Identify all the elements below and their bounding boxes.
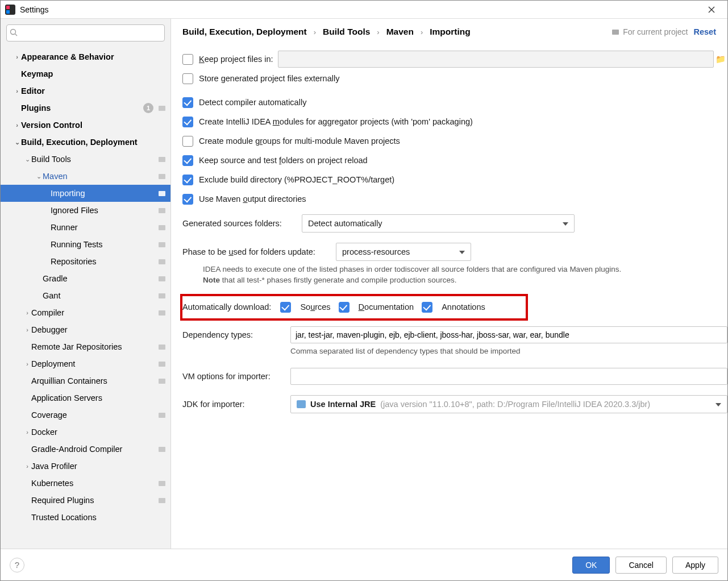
svg-point-3 — [11, 30, 16, 35]
sidebar-item-gant[interactable]: Gant — [1, 287, 170, 304]
vm-options-input[interactable] — [290, 368, 727, 385]
sidebar-item-trusted-locations[interactable]: Trusted Locations — [1, 509, 170, 526]
create-modules-label: Create IntelliJ IDEA modules for aggrega… — [199, 117, 473, 126]
svg-rect-10 — [159, 225, 165, 230]
search-input[interactable] — [6, 24, 165, 42]
sidebar-item-compiler[interactable]: ›Compiler — [1, 304, 170, 321]
project-scope-icon — [158, 206, 166, 214]
sidebar-item-editor[interactable]: ›Editor — [1, 82, 170, 99]
project-scope-icon — [158, 172, 166, 180]
help-button[interactable]: ? — [10, 558, 24, 572]
svg-rect-8 — [159, 191, 165, 196]
browse-folder-icon[interactable]: 📁 — [714, 55, 727, 64]
sidebar-item-docker[interactable]: ›Docker — [1, 424, 170, 441]
project-scope-icon — [158, 223, 166, 231]
close-button[interactable] — [700, 2, 723, 18]
jdk-importer-select[interactable]: Use Internal JRE (java version "11.0.10+… — [290, 395, 727, 413]
crumb-build-tools[interactable]: Build Tools — [323, 27, 370, 37]
sidebar-item-java-profiler[interactable]: ›Java Profiler — [1, 458, 170, 475]
sidebar-item-keymap[interactable]: Keymap — [1, 65, 170, 82]
crumb-build-execution-deployment[interactable]: Build, Execution, Deployment — [182, 27, 307, 37]
sidebar-item-application-servers[interactable]: Application Servers — [1, 389, 170, 406]
project-scope-icon — [158, 496, 166, 504]
svg-rect-5 — [159, 106, 165, 111]
plugins-badge: 1 — [143, 103, 153, 113]
sidebar-item-gradle-android-compiler[interactable]: Gradle-Android Compiler — [1, 441, 170, 458]
window-title: Settings — [20, 5, 700, 14]
svg-line-4 — [15, 34, 18, 36]
sidebar: ›Appearance & Behavior Keymap ›Editor Pl… — [1, 19, 171, 549]
use-output-checkbox[interactable] — [182, 194, 193, 205]
create-modules-checkbox[interactable] — [182, 117, 193, 127]
sources-label: Sources — [300, 302, 330, 312]
sidebar-item-kubernetes[interactable]: Kubernetes — [1, 475, 170, 492]
generated-sources-select[interactable]: Detect automatically — [302, 214, 575, 233]
sidebar-item-appearance-behavior[interactable]: ›Appearance & Behavior — [1, 48, 170, 65]
documentation-checkbox[interactable] — [339, 302, 350, 313]
svg-rect-21 — [159, 481, 165, 486]
sidebar-item-remote-jar-repositories[interactable]: Remote Jar Repositories — [1, 338, 170, 355]
sidebar-item-debugger[interactable]: ›Debugger — [1, 321, 170, 338]
project-scope-icon — [611, 28, 619, 36]
ok-button[interactable]: OK — [572, 557, 610, 574]
phase-help-text: IDEA needs to execute one of the listed … — [203, 264, 727, 286]
exclude-build-label: Exclude build directory (%PROJECT_ROOT%/… — [199, 175, 394, 184]
titlebar: Settings — [1, 1, 727, 19]
vm-options-label: VM options for importer: — [182, 372, 290, 381]
sidebar-item-maven[interactable]: ⌄Maven — [1, 168, 170, 185]
for-current-project-label: For current project — [611, 27, 688, 36]
phase-label: Phase to be used for folders update: — [182, 247, 336, 256]
sidebar-item-gradle[interactable]: Gradle — [1, 270, 170, 287]
create-groups-checkbox[interactable] — [182, 136, 193, 147]
dependency-types-input[interactable] — [290, 326, 727, 343]
project-scope-icon — [158, 411, 166, 419]
sidebar-item-plugins[interactable]: Plugins1 — [1, 99, 170, 117]
svg-rect-20 — [159, 447, 165, 452]
sidebar-item-required-plugins[interactable]: Required Plugins — [1, 492, 170, 509]
sidebar-item-build-execution-deployment[interactable]: ⌄Build, Execution, Deployment — [1, 134, 170, 151]
project-scope-icon — [158, 360, 166, 368]
cancel-button[interactable]: Cancel — [615, 557, 667, 574]
detect-compiler-checkbox[interactable] — [182, 97, 193, 108]
svg-rect-13 — [159, 276, 165, 281]
sidebar-item-deployment[interactable]: ›Deployment — [1, 355, 170, 372]
project-scope-icon — [158, 445, 166, 453]
exclude-build-checkbox[interactable] — [182, 175, 193, 185]
sidebar-item-ignored-files[interactable]: Ignored Files — [1, 202, 170, 219]
search-icon — [10, 28, 18, 36]
dependency-types-label: Dependency types: — [182, 330, 290, 339]
sources-checkbox[interactable] — [280, 302, 291, 313]
svg-rect-14 — [159, 293, 165, 298]
reset-link[interactable]: Reset — [694, 27, 717, 36]
store-external-checkbox[interactable] — [182, 73, 193, 84]
sidebar-item-runner[interactable]: Runner — [1, 219, 170, 236]
keep-project-files-input — [278, 51, 714, 68]
chevron-right-icon: › — [377, 28, 379, 36]
store-external-label: Store generated project files externally — [199, 74, 339, 83]
svg-rect-7 — [159, 174, 165, 179]
keep-project-files-label: Keep project files in: — [199, 55, 273, 64]
sidebar-item-version-control[interactable]: ›Version Control — [1, 117, 170, 134]
crumb-maven[interactable]: Maven — [386, 27, 414, 37]
apply-button[interactable]: Apply — [672, 557, 718, 574]
svg-rect-9 — [159, 208, 165, 213]
sidebar-item-arquillian-containers[interactable]: Arquillian Containers — [1, 372, 170, 389]
sidebar-item-repositories[interactable]: Repositories — [1, 253, 170, 270]
project-scope-icon — [158, 275, 166, 283]
sidebar-item-running-tests[interactable]: Running Tests — [1, 236, 170, 253]
phase-select[interactable]: process-resources — [336, 243, 471, 261]
sidebar-item-importing[interactable]: Importing — [1, 185, 170, 202]
annotations-checkbox[interactable] — [422, 302, 432, 313]
svg-rect-22 — [159, 498, 165, 503]
settings-tree: ›Appearance & Behavior Keymap ›Editor Pl… — [1, 46, 170, 549]
sidebar-item-coverage[interactable]: Coverage — [1, 406, 170, 424]
sidebar-item-build-tools[interactable]: ⌄Build Tools — [1, 151, 170, 168]
app-icon — [5, 5, 15, 15]
svg-rect-11 — [159, 242, 165, 247]
keep-source-checkbox[interactable] — [182, 155, 193, 166]
keep-source-label: Keep source and test folders on project … — [199, 156, 368, 165]
keep-project-files-checkbox[interactable] — [182, 54, 193, 65]
svg-rect-6 — [159, 157, 165, 162]
chevron-right-icon: › — [314, 28, 316, 36]
auto-download-highlight: Automatically download: Sources Document… — [180, 294, 528, 321]
